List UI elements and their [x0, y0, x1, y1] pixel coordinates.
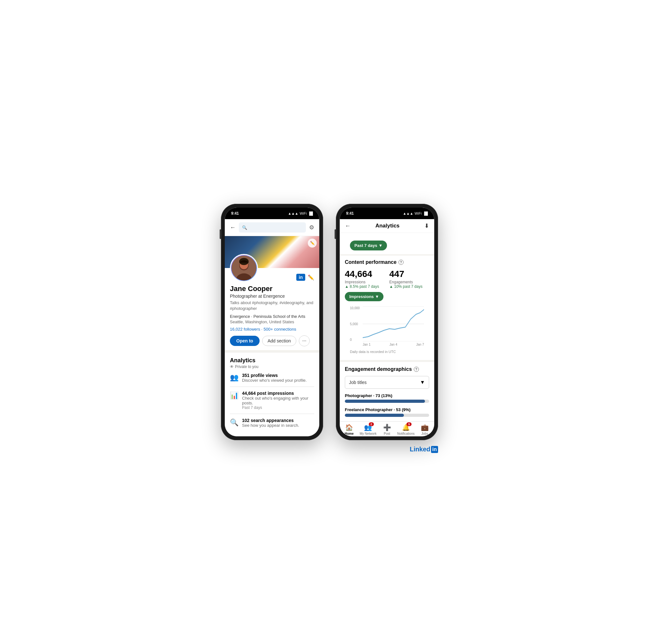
edit-profile-button[interactable]: ✏️: [308, 274, 314, 280]
profile-headline: Talks about #photography, #videography, …: [230, 300, 314, 312]
chart-svg: [363, 306, 424, 342]
post-impressions-stat: 44,664 post impressions: [242, 391, 314, 396]
post-impressions-icon: 📊: [230, 391, 238, 400]
back-button-1[interactable]: ←: [230, 224, 236, 231]
connections-count[interactable]: 500+ connections: [264, 327, 296, 331]
time-1: 9:41: [231, 211, 239, 216]
avatar-actions: in ✏️: [296, 274, 314, 281]
back-button-2[interactable]: ←: [345, 223, 351, 229]
more-options-button[interactable]: ···: [299, 336, 310, 346]
wifi-icon-2: WiFi: [415, 211, 421, 215]
download-button[interactable]: ⬇: [424, 222, 429, 229]
demo-item-freelance: Freelance Photographer · 53 (9%): [345, 407, 429, 417]
network-label-2: My Network: [359, 432, 376, 435]
page-container: 9:41 ▲▲▲ WiFi ▐█ ← 🔍 ⚙: [221, 204, 438, 440]
phone-1: 9:41 ▲▲▲ WiFi ▐█ ← 🔍 ⚙: [221, 204, 323, 440]
profile-views-icon: 👥: [230, 373, 238, 382]
avatar-wrap: [230, 254, 258, 282]
home-icon-2: 🏠: [345, 423, 353, 431]
tab-network-2[interactable]: 2 👥 My Network: [358, 423, 377, 435]
notch-2: [368, 208, 406, 216]
engagement-demographics-section: Engagement demographics ? Job titles ▼ P…: [340, 362, 434, 421]
cp-stats: 44,664 Impressions ▲ 8.5% past 7 days 44…: [345, 269, 429, 289]
linkedin-logo: Linkedin: [410, 446, 438, 453]
profile-views-desc: Discover who's viewed your profile.: [242, 378, 307, 383]
settings-button-1[interactable]: ⚙: [309, 224, 314, 231]
job-titles-label: Job titles: [349, 380, 367, 385]
profile-actions: Open to Add section ···: [230, 336, 314, 346]
y-label-0: 0: [350, 338, 360, 342]
job-titles-dropdown[interactable]: Job titles ▼: [345, 376, 429, 389]
jobs-label-2: Jobs: [421, 432, 428, 435]
tab-bar-1: 🏠 Home 2 👥 My Network ➕ Post 5 🔔: [225, 436, 319, 436]
tab-post-2[interactable]: ➕ Post: [377, 423, 396, 435]
status-bar-1: 9:41 ▲▲▲ WiFi ▐█: [225, 208, 319, 219]
profile-name: Jane Cooper: [230, 285, 314, 293]
phone-2-inner: 9:41 ▲▲▲ WiFi ▐█ ← Analytics ⬇ Past 7: [340, 208, 434, 436]
profile-views-stat: 351 profile views: [242, 373, 307, 378]
impressions-filter-button[interactable]: Impressions ▼: [345, 292, 383, 301]
search-appearances-stat: 102 search appearances: [242, 418, 299, 423]
tab-notifications-2[interactable]: 5 🔔 Notifications: [397, 423, 416, 435]
add-section-button[interactable]: Add section: [262, 336, 296, 346]
profile-location: Seattle, Washington, United States: [230, 319, 314, 324]
demo-bar-bg-photographer: [345, 400, 429, 403]
analytics-page-title: Analytics: [375, 223, 400, 229]
chart-area: 10,000 5,000 0: [345, 306, 429, 356]
nav-bar-1: ← 🔍 ⚙: [225, 219, 319, 236]
analytics-item-views[interactable]: 👥 351 profile views Discover who's viewe…: [230, 369, 314, 387]
engagements-value: 447: [389, 269, 422, 279]
x-label-jan1: Jan 1: [363, 343, 370, 346]
help-icon-demo[interactable]: ?: [414, 367, 419, 372]
engagements-change: ▲ 10% past 7 days: [389, 284, 422, 289]
engagements-stat: 447 Engagements ▲ 10% past 7 days: [389, 269, 422, 289]
signal-icon-1: ▲▲▲: [288, 211, 299, 215]
phone-2-content: ← Analytics ⬇ Past 7 days ▼ Content perf…: [340, 219, 434, 436]
search-bar-1[interactable]: 🔍: [239, 222, 306, 233]
time-2: 9:41: [346, 211, 354, 216]
chevron-down-icon: ▼: [420, 380, 425, 385]
section-divider-1: [225, 350, 319, 353]
status-bar-2: 9:41 ▲▲▲ WiFi ▐█: [340, 208, 434, 219]
post-label-2: Post: [384, 432, 390, 435]
status-icons-2: ▲▲▲ WiFi ▐█: [403, 211, 428, 215]
battery-icon-1: ▐█: [308, 211, 313, 215]
impressions-value: 44,664: [345, 269, 379, 279]
search-appearances-desc: See how you appear in search.: [242, 423, 299, 428]
notifications-label-2: Notifications: [397, 432, 415, 435]
time-filter-button[interactable]: Past 7 days ▼: [350, 240, 387, 250]
impressions-label: Impressions: [345, 280, 379, 284]
x-label-jan7: Jan 7: [416, 343, 424, 346]
demo-bar-bg-freelance: [345, 414, 429, 417]
help-icon-cp[interactable]: ?: [398, 260, 404, 265]
network-badge-2: 2: [369, 422, 374, 426]
phone-2: 9:41 ▲▲▲ WiFi ▐█ ← Analytics ⬇ Past 7: [336, 204, 438, 440]
analytics-title: Analytics: [230, 357, 314, 364]
edit-banner-button[interactable]: ✏️: [308, 239, 317, 248]
post-impressions-period: Past 7 days: [242, 405, 314, 410]
phone-1-inner: 9:41 ▲▲▲ WiFi ▐█ ← 🔍 ⚙: [225, 208, 319, 436]
notifications-badge-2: 5: [406, 422, 411, 426]
chart-note: Daily data is recorded in UTC: [350, 348, 424, 356]
engagement-demo-title: Engagement demographics ?: [345, 366, 429, 372]
analytics-section: Analytics 👁 Private to you 👥 351 profile…: [225, 353, 319, 436]
chart-container: 10,000 5,000 0: [350, 306, 424, 348]
profile-connections: 16,022 followers · 500+ connections: [230, 327, 314, 331]
signal-icon-2: ▲▲▲: [403, 211, 414, 215]
filter-area: Past 7 days ▼: [340, 233, 434, 250]
analytics-item-search[interactable]: 🔍 102 search appearances See how you app…: [230, 414, 314, 432]
demo-bar-fill-photographer: [345, 400, 425, 403]
analytics-detail-header: ← Analytics ⬇: [340, 219, 434, 233]
linkedin-badge: in: [296, 274, 305, 281]
tab-jobs-2[interactable]: 💼 Jobs: [416, 423, 434, 435]
impressions-change: ▲ 8.5% past 7 days: [345, 284, 379, 289]
open-to-button[interactable]: Open to: [230, 336, 260, 346]
analytics-item-impressions[interactable]: 📊 44,664 post impressions Check out who'…: [230, 387, 314, 414]
avatar: [232, 256, 256, 280]
post-icon-2: ➕: [383, 423, 391, 431]
followers-count[interactable]: 16,022 followers: [230, 327, 260, 331]
chart-svg-wrap: [363, 306, 424, 342]
status-icons-1: ▲▲▲ WiFi ▐█: [288, 211, 313, 215]
tab-home-2[interactable]: 🏠 Home: [340, 423, 358, 435]
notch-1: [253, 208, 291, 216]
